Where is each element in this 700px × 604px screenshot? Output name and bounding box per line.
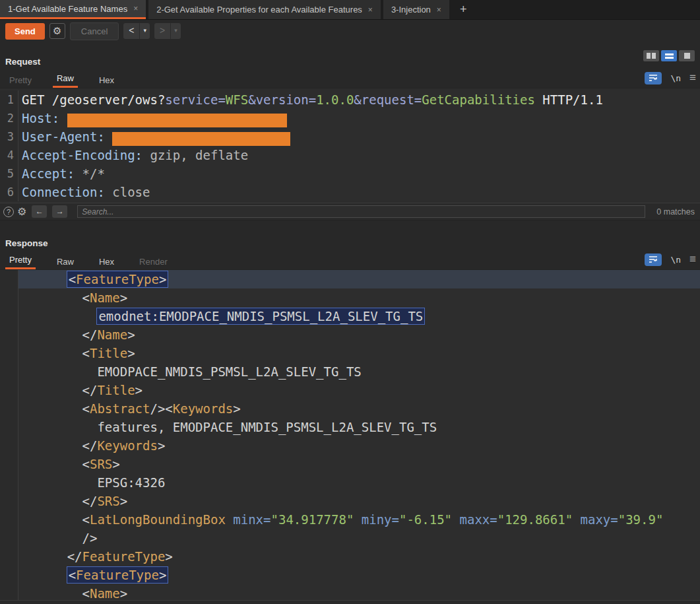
search-input[interactable]: [77, 205, 645, 218]
back-button[interactable]: <: [123, 23, 140, 39]
repeater-tab-bar: 1-Get Available Feature Names × 2-Get Av…: [0, 0, 700, 20]
code-line: <FeatureType>: [0, 270, 700, 288]
rows-layout-icon: [665, 53, 674, 59]
editor-menu-button[interactable]: ≡: [689, 71, 696, 84]
toolbar: Send ⚙ Cancel < ▾ > ▾: [0, 20, 700, 42]
response-tab-hex[interactable]: Hex: [95, 254, 118, 269]
gutter: [0, 436, 18, 455]
gutter: [0, 547, 18, 566]
cancel-button[interactable]: Cancel: [70, 22, 119, 40]
request-view-tabs: Pretty Raw Hex \n ≡: [0, 71, 700, 88]
gutter: [0, 584, 18, 600]
repeater-tab-3[interactable]: 3-Injection ×: [383, 0, 449, 19]
show-newlines-button[interactable]: \n: [670, 255, 681, 265]
gutter: [0, 399, 18, 418]
code-line: EPSG:4326: [0, 473, 700, 492]
repeater-tab-2-label: 2-Get Available Properties for each Avai…: [156, 5, 362, 15]
arrow-right-icon: →: [56, 207, 64, 216]
code-line: EMODPACE_NMDIS_PSMSL_L2A_SLEV_TG_TS: [0, 362, 700, 381]
layout-rows-button[interactable]: [661, 50, 677, 61]
plus-icon: +: [460, 3, 467, 17]
columns-layout-icon: [647, 53, 651, 59]
forward-button[interactable]: >: [154, 23, 171, 39]
gear-icon: ⚙: [17, 206, 26, 217]
layout-columns-button[interactable]: [643, 50, 659, 61]
code-line: </Name>: [0, 325, 700, 344]
columns-layout-icon: [652, 53, 656, 59]
response-tab-render: Render: [135, 254, 172, 269]
gear-icon: ⚙: [53, 25, 61, 36]
request-section: Request Pretty Raw Hex \n ≡ 1GET /geoser…: [0, 42, 700, 220]
request-tab-raw[interactable]: Raw: [53, 71, 78, 88]
response-view-tabs: Pretty Raw Hex Render \n ≡: [0, 252, 700, 269]
code-line: <Name>: [0, 584, 700, 600]
gutter: [0, 288, 18, 307]
code-line: <Title>: [0, 344, 700, 362]
close-icon[interactable]: ×: [368, 5, 373, 15]
code-line: <FeatureType>: [0, 566, 700, 584]
send-settings-button[interactable]: ⚙: [49, 23, 65, 39]
gutter: [0, 307, 18, 325]
response-tab-raw[interactable]: Raw: [53, 254, 78, 269]
response-title: Response: [0, 238, 700, 248]
hamburger-menu-icon: ≡: [689, 253, 696, 265]
code-line: <Name>: [0, 288, 700, 307]
selection-highlight: emodnet:EMODPACE_NMDIS_PSMSL_L2A_SLEV_TG…: [97, 308, 424, 324]
chevron-down-icon: ▾: [174, 27, 177, 34]
code-line: 6Connection: close: [0, 183, 700, 201]
close-icon[interactable]: ×: [437, 5, 441, 15]
layout-single-button[interactable]: [679, 50, 695, 61]
gutter: [0, 529, 18, 547]
gutter: [0, 325, 18, 344]
repeater-tab-2[interactable]: 2-Get Available Properties for each Avai…: [148, 0, 381, 19]
gutter: [0, 455, 18, 473]
line-number: 3: [0, 127, 18, 146]
code-line: 1GET /geoserver/ows?service=WFS&version=…: [0, 90, 700, 109]
gutter: [0, 270, 18, 288]
code-line: emodnet:EMODPACE_NMDIS_PSMSL_L2A_SLEV_TG…: [0, 307, 700, 325]
forward-dropdown-button[interactable]: ▾: [171, 23, 181, 39]
back-split-button: < ▾: [123, 23, 150, 39]
selection-highlight: <FeatureType>: [67, 567, 168, 583]
line-number: 5: [0, 164, 18, 183]
repeater-tab-1-label: 1-Get Available Feature Names: [8, 4, 127, 14]
code-line: <Abstract/><Keywords>: [0, 399, 700, 418]
search-help-button[interactable]: ?: [3, 207, 14, 217]
line-number: 4: [0, 146, 18, 164]
add-tab-button[interactable]: +: [452, 0, 475, 19]
request-tab-pretty: Pretty: [5, 73, 36, 88]
request-title: Request: [0, 57, 700, 67]
single-pane-layout-icon: [684, 53, 690, 59]
code-line: 4Accept-Encoding: gzip, deflate: [0, 146, 700, 164]
response-section: Response Pretty Raw Hex Render \n ≡ <Fea…: [0, 238, 700, 604]
word-wrap-icon: [649, 255, 658, 263]
request-editor[interactable]: 1GET /geoserver/ows?service=WFS&version=…: [0, 88, 700, 203]
code-line: />: [0, 529, 700, 547]
search-next-button[interactable]: →: [52, 205, 67, 218]
code-line: 3User-Agent:: [0, 127, 700, 146]
chevron-down-icon: ▾: [143, 27, 146, 34]
repeater-tab-1[interactable]: 1-Get Available Feature Names ×: [0, 0, 146, 19]
code-line: <LatLongBoundingBox minx="34.917778" min…: [0, 510, 700, 529]
gutter: [0, 473, 18, 492]
hamburger-menu-icon: ≡: [689, 71, 696, 84]
request-tab-hex[interactable]: Hex: [95, 73, 118, 88]
back-dropdown-button[interactable]: ▾: [140, 23, 150, 39]
code-line: 5Accept: */*: [0, 164, 700, 183]
show-newlines-button[interactable]: \n: [670, 73, 681, 83]
search-settings-button[interactable]: ⚙: [17, 205, 26, 218]
response-tab-pretty[interactable]: Pretty: [5, 252, 36, 269]
editor-menu-button[interactable]: ≡: [689, 253, 696, 266]
repeater-tab-3-label: 3-Injection: [391, 5, 431, 15]
request-search-bar: ? ⚙ ← → 0 matches: [0, 203, 700, 220]
search-match-count: 0 matches: [656, 207, 695, 217]
word-wrap-button[interactable]: [645, 253, 662, 266]
response-view-icons: \n ≡: [645, 253, 696, 266]
close-icon[interactable]: ×: [133, 4, 138, 13]
search-prev-button[interactable]: ←: [32, 205, 47, 218]
gutter: [0, 344, 18, 362]
send-button[interactable]: Send: [5, 23, 45, 40]
response-editor[interactable]: <FeatureType> <Name> emodnet:EMODPACE_NM…: [0, 269, 700, 600]
word-wrap-button[interactable]: [645, 72, 662, 84]
forward-split-button: > ▾: [154, 23, 181, 39]
